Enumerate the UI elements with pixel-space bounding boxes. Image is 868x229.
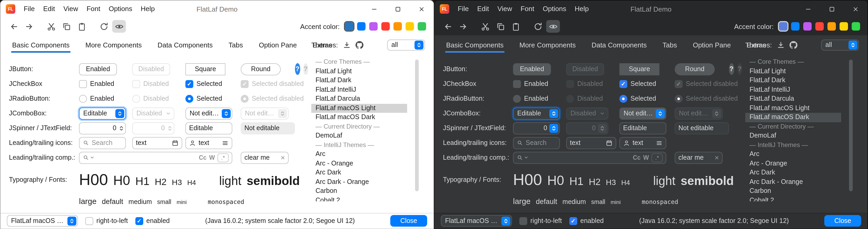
tab-option-pane[interactable]: Option Pane <box>258 37 298 54</box>
menu-options[interactable]: Options <box>104 1 137 18</box>
tab-more-components[interactable]: More Components <box>84 37 143 54</box>
tab-data-components[interactable]: Data Components <box>156 37 214 54</box>
copy-button[interactable] <box>60 20 73 33</box>
square-button[interactable]: Square <box>619 63 659 75</box>
combobox-arrows-icon[interactable] <box>414 40 424 49</box>
menu-font[interactable]: Font <box>517 1 538 18</box>
editable-combobox[interactable] <box>79 107 126 119</box>
spinner-input[interactable] <box>80 124 119 132</box>
close-dialog-button[interactable]: Close <box>390 215 427 227</box>
tab-data-components[interactable]: Data Components <box>590 37 648 54</box>
github-button[interactable] <box>355 41 363 49</box>
laf-combobox[interactable]: FlatLaf macOS D... <box>441 215 512 227</box>
radio-selected[interactable] <box>619 95 627 103</box>
theme-item[interactable]: FlatLaf IntelliJ <box>311 85 407 94</box>
checkbox-selected[interactable] <box>619 80 627 88</box>
minimize-button[interactable] <box>796 1 820 18</box>
forward-button[interactable] <box>22 20 36 33</box>
spinner-arrows-icon[interactable] <box>119 125 124 132</box>
editable-textfield-input[interactable] <box>623 124 662 132</box>
paste-button[interactable] <box>509 20 523 33</box>
cut-button[interactable] <box>44 20 58 33</box>
square-button[interactable]: Square <box>185 63 225 75</box>
accent-swatch-orange[interactable] <box>828 22 836 31</box>
round-button[interactable]: Round <box>241 63 281 75</box>
clearable-field[interactable]: × <box>241 151 289 164</box>
themes-scrollbar[interactable] <box>415 60 419 191</box>
accent-swatch-blue[interactable] <box>791 22 800 31</box>
user-field[interactable] <box>619 137 666 149</box>
radio-selected[interactable] <box>185 95 193 103</box>
close-window-button[interactable] <box>844 1 867 18</box>
maximize-button[interactable] <box>820 1 844 18</box>
theme-item[interactable]: FlatLaf Light <box>745 67 841 76</box>
radio-enabled[interactable] <box>513 95 521 103</box>
forward-button[interactable] <box>456 20 470 33</box>
theme-item[interactable]: Cobalt 2 <box>311 196 407 201</box>
chevron-down-icon[interactable] <box>524 155 528 160</box>
accent-swatch-default[interactable] <box>779 22 787 31</box>
clearable-field-input[interactable] <box>244 154 278 161</box>
themes-filter-combobox[interactable]: all <box>821 39 859 50</box>
spinner[interactable] <box>513 122 560 134</box>
whole-words-button[interactable]: W <box>209 154 215 161</box>
match-case-button[interactable]: Cc <box>199 154 207 161</box>
menu-view[interactable]: View <box>59 1 83 18</box>
theme-item[interactable]: FlatLaf IntelliJ <box>745 85 841 94</box>
rtl-checkbox[interactable] <box>85 217 93 225</box>
copy-button[interactable] <box>494 20 507 33</box>
help-button[interactable]: ? <box>729 63 734 75</box>
enabled-button[interactable]: Enabled <box>79 63 117 75</box>
tab-more-components[interactable]: More Components <box>518 37 577 54</box>
theme-item[interactable]: Carbon <box>745 187 841 196</box>
theme-item[interactable]: FlatLaf macOS Dark <box>745 113 841 122</box>
spinner-arrows-icon[interactable] <box>549 123 558 133</box>
tab-basic-components[interactable]: Basic Components <box>11 37 70 54</box>
maximize-button[interactable] <box>386 1 410 18</box>
theme-item[interactable]: FlatLaf Darcula <box>311 94 407 104</box>
not-editable-combobox[interactable]: Not editable <box>185 107 232 119</box>
theme-item[interactable]: Arc Dark - Orange <box>311 177 407 187</box>
menu-edit[interactable]: Edit <box>473 1 493 18</box>
editable-textfield-input[interactable] <box>189 124 228 132</box>
tab-basic-components[interactable]: Basic Components <box>445 37 504 54</box>
theme-item[interactable]: Arc - Orange <box>311 159 407 168</box>
combobox-arrows-icon[interactable] <box>67 216 76 225</box>
themes-scrollbar[interactable] <box>849 60 853 191</box>
match-case-button[interactable]: Cc <box>633 154 641 161</box>
theme-item[interactable]: Arc Dark - Orange <box>745 177 841 187</box>
editable-combobox[interactable] <box>513 107 560 119</box>
paste-button[interactable] <box>75 20 89 33</box>
accent-swatch-default[interactable] <box>345 22 353 31</box>
combobox-arrows-icon[interactable] <box>656 109 665 118</box>
enabled-button[interactable]: Enabled <box>513 63 551 75</box>
user-field[interactable] <box>185 137 232 149</box>
menu-edit[interactable]: Edit <box>39 1 59 18</box>
themes-filter-combobox[interactable]: all <box>387 39 425 50</box>
theme-item[interactable]: FlatLaf Dark <box>745 76 841 85</box>
menu-icon[interactable] <box>222 139 228 146</box>
search-input[interactable] <box>526 139 556 146</box>
accent-swatch-red[interactable] <box>381 22 390 31</box>
theme-item[interactable]: Arc Dark <box>745 168 841 177</box>
accent-swatch-blue[interactable] <box>357 22 366 31</box>
search-field[interactable] <box>79 137 126 149</box>
round-button[interactable]: Round <box>675 63 715 75</box>
theme-item[interactable]: Arc <box>311 150 407 159</box>
accent-swatch-red[interactable] <box>815 22 824 31</box>
menu-icon[interactable] <box>656 139 662 146</box>
accent-swatch-yellow[interactable] <box>840 22 848 31</box>
theme-item[interactable]: Arc Dark <box>311 168 407 177</box>
editable-textfield[interactable] <box>185 122 232 134</box>
close-dialog-button[interactable]: Close <box>824 215 861 227</box>
clear-icon[interactable]: × <box>715 154 719 161</box>
back-button[interactable] <box>441 20 455 33</box>
accent-swatch-green[interactable] <box>852 22 860 31</box>
calendar-icon[interactable] <box>606 139 613 146</box>
refresh-button[interactable] <box>97 20 111 33</box>
tab-tabs[interactable]: Tabs <box>227 37 244 54</box>
editable-combobox-input[interactable] <box>517 110 547 117</box>
combobox-arrows-icon[interactable] <box>848 40 858 49</box>
editable-combobox-input[interactable] <box>83 110 113 117</box>
search-field[interactable] <box>513 137 560 149</box>
